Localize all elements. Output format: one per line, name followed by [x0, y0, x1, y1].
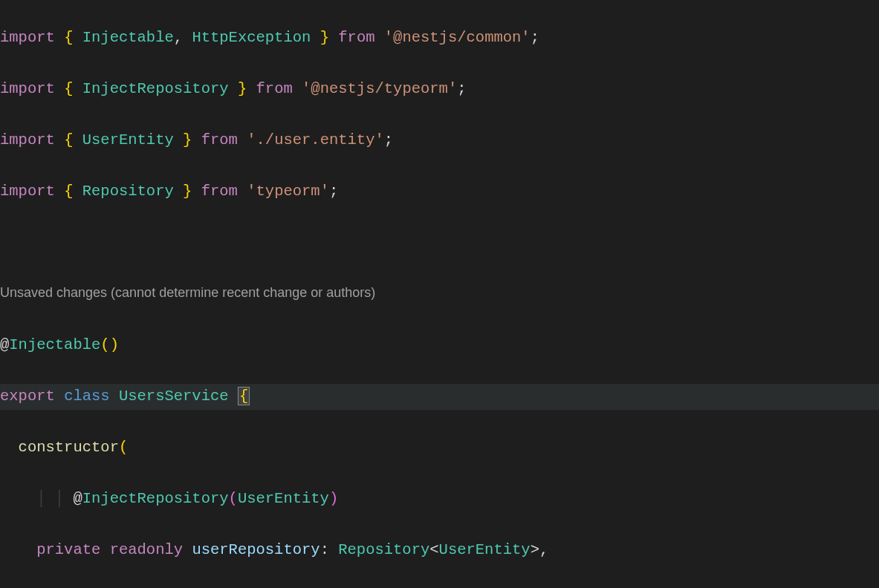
decorator: InjectRepository: [82, 490, 229, 507]
colon: :: [320, 541, 329, 558]
comma: ,: [539, 541, 548, 558]
code-line[interactable]: @Injectable(): [0, 333, 879, 359]
lt: <: [429, 541, 438, 558]
code-line[interactable]: private readonly userRepository: Reposit…: [0, 538, 879, 564]
string: 'typeorm': [247, 183, 329, 200]
keyword-from: from: [201, 183, 238, 200]
brace-close: }: [238, 80, 247, 97]
code-line[interactable]: import { InjectRepository } from '@nestj…: [0, 76, 879, 102]
code-line[interactable]: import { UserEntity } from './user.entit…: [0, 128, 879, 154]
keyword-import: import: [0, 29, 55, 46]
code-line[interactable]: constructor(: [0, 435, 879, 461]
keyword-class: class: [64, 388, 110, 405]
brace-close: }: [183, 131, 192, 148]
keyword-import: import: [0, 183, 55, 200]
identifier: Injectable: [82, 29, 174, 46]
keyword-export: export: [0, 388, 55, 405]
paren-close: ): [110, 336, 119, 353]
keyword-from: from: [338, 29, 374, 46]
string: './user.entity': [247, 131, 384, 148]
code-editor[interactable]: import { Injectable, HttpException } fro…: [0, 0, 879, 588]
property: userRepository: [192, 541, 320, 558]
code-line[interactable]: [0, 230, 879, 256]
identifier: HttpException: [192, 29, 311, 46]
semicolon: ;: [329, 183, 338, 200]
brace-open: {: [64, 80, 73, 97]
keyword-readonly: readonly: [110, 541, 183, 558]
type: Repository: [338, 541, 429, 558]
brace-open: {: [64, 29, 73, 46]
string: '@nestjs/common': [384, 29, 531, 46]
paren-close: ): [329, 490, 338, 507]
code-line-active[interactable]: export class UsersService {: [0, 384, 879, 410]
at-symbol: @: [73, 490, 82, 507]
identifier: UserEntity: [82, 131, 174, 148]
gt: >: [531, 541, 539, 558]
annotation-text: Unsaved changes (cannot determine recent…: [0, 285, 375, 300]
brace-close: }: [320, 29, 329, 46]
keyword-from: from: [256, 80, 293, 97]
indent-guide: │ │: [0, 490, 73, 507]
brace-close: }: [183, 183, 192, 200]
paren-open: (: [229, 490, 238, 507]
brace-open: {: [64, 131, 73, 148]
code-line[interactable]: │ │ @InjectRepository(UserEntity): [0, 486, 879, 512]
brace-open: {: [64, 183, 73, 200]
identifier: InjectRepository: [82, 80, 229, 97]
keyword-import: import: [0, 131, 55, 148]
paren-open: (: [100, 336, 109, 353]
semicolon: ;: [384, 131, 393, 148]
keyword-import: import: [0, 80, 55, 97]
at-symbol: @: [0, 336, 9, 353]
identifier: Repository: [82, 183, 174, 200]
semicolon: ;: [531, 29, 539, 46]
code-line[interactable]: import { Repository } from 'typeorm';: [0, 179, 879, 205]
identifier: UserEntity: [238, 490, 329, 507]
comma: ,: [174, 29, 183, 46]
decorator: Injectable: [9, 336, 100, 353]
string: '@nestjs/typeorm': [302, 80, 457, 97]
cursor-brace: {: [238, 387, 250, 405]
semicolon: ;: [457, 80, 466, 97]
type: UserEntity: [439, 541, 531, 558]
code-line[interactable]: import { Injectable, HttpException } fro…: [0, 25, 879, 51]
paren-open: (: [119, 439, 128, 456]
keyword-private: private: [36, 541, 100, 558]
codelens-annotation[interactable]: Unsaved changes (cannot determine recent…: [0, 281, 879, 307]
class-name: UsersService: [119, 388, 229, 405]
keyword-from: from: [201, 131, 238, 148]
method-name: constructor: [19, 439, 119, 456]
